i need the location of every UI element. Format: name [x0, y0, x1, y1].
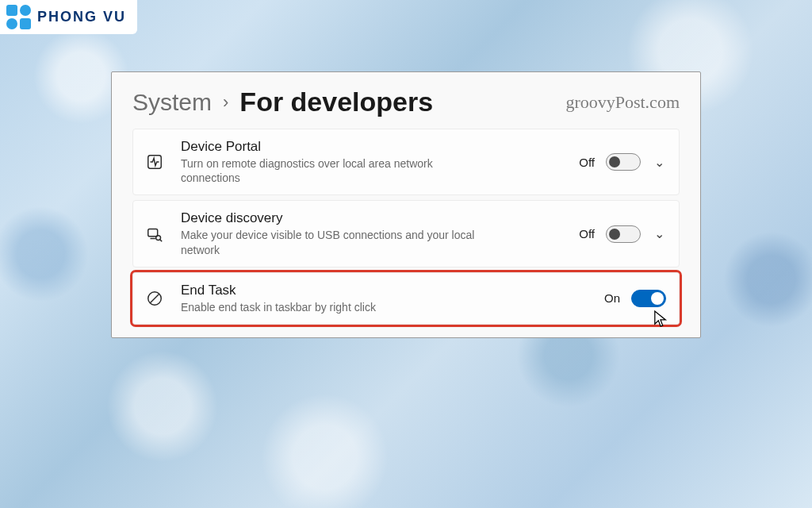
- toggle-state-label: Off: [579, 156, 595, 169]
- svg-line-4: [160, 239, 162, 241]
- breadcrumb-parent[interactable]: System: [132, 89, 212, 116]
- activity-icon: [141, 153, 168, 171]
- setting-controls: On: [604, 290, 666, 307]
- prohibit-icon: [141, 290, 168, 307]
- setting-row-end-task[interactable]: End Task Enable end task in taskbar by r…: [132, 272, 680, 325]
- logo-text: PHONG VU: [37, 9, 126, 25]
- chevron-right-icon: ›: [223, 92, 228, 113]
- breadcrumb: System › For developers: [132, 87, 433, 117]
- toggle-device-discovery[interactable]: [606, 225, 641, 243]
- setting-row-device-discovery[interactable]: Device discovery Make your device visibl…: [132, 200, 680, 267]
- setting-texts: End Task Enable end task in taskbar by r…: [181, 283, 592, 314]
- cursor-icon: [653, 310, 668, 329]
- setting-texts: Device Portal Turn on remote diagnostics…: [181, 139, 566, 185]
- chevron-down-icon[interactable]: ⌄: [652, 155, 666, 170]
- settings-list: Device Portal Turn on remote diagnostics…: [112, 129, 700, 334]
- breadcrumb-row: System › For developers groovyPost.com: [112, 72, 700, 129]
- toggle-device-portal[interactable]: [606, 153, 641, 171]
- setting-controls: Off ⌄: [579, 153, 666, 171]
- svg-rect-1: [148, 229, 158, 236]
- setting-title: End Task: [181, 283, 592, 298]
- setting-desc: Enable end task in taskbar by right clic…: [181, 300, 482, 314]
- toggle-state-label: Off: [579, 227, 595, 241]
- setting-desc: Turn on remote diagnostics over local ar…: [181, 156, 482, 185]
- settings-panel: System › For developers groovyPost.com D…: [111, 71, 701, 338]
- page-title: For developers: [239, 87, 433, 117]
- svg-point-3: [156, 235, 161, 240]
- setting-desc: Make your device visible to USB connecti…: [181, 228, 482, 256]
- chevron-down-icon[interactable]: ⌄: [652, 226, 666, 241]
- toggle-end-task[interactable]: [631, 290, 666, 307]
- watermark: groovyPost.com: [565, 92, 680, 113]
- device-search-icon: [141, 225, 168, 243]
- setting-row-device-portal[interactable]: Device Portal Turn on remote diagnostics…: [132, 129, 680, 195]
- toggle-state-label: On: [604, 291, 620, 305]
- logo-icon: [6, 5, 31, 29]
- logo-badge: PHONG VU: [0, 0, 137, 34]
- setting-texts: Device discovery Make your device visibl…: [181, 210, 566, 256]
- svg-line-6: [151, 294, 159, 302]
- setting-controls: Off ⌄: [579, 225, 666, 243]
- setting-title: Device Portal: [181, 139, 566, 155]
- setting-title: Device discovery: [181, 210, 566, 226]
